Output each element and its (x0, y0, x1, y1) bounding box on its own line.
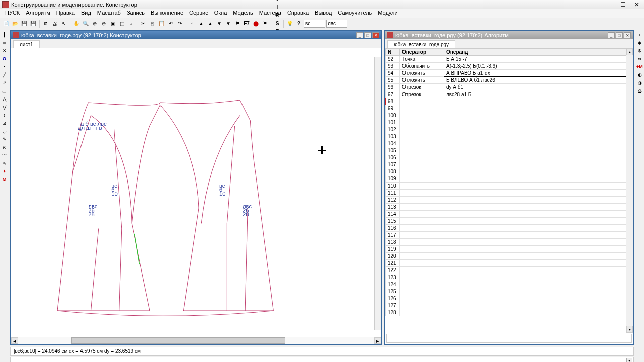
menu-модули[interactable]: Модули (375, 9, 400, 18)
table-row[interactable]: 124 (386, 281, 633, 288)
panel-max-button[interactable]: □ (616, 32, 623, 38)
rt-plus[interactable]: ＋ (636, 31, 643, 38)
table-row[interactable]: 103 (386, 133, 633, 140)
table-row[interactable]: 119 (386, 246, 633, 253)
saveall-icon[interactable]: 💾 (29, 20, 37, 28)
zoomall-icon[interactable]: ○ (127, 20, 135, 28)
algorithm-table[interactable]: N Оператор Операнд 92ТочкаБ А 15 -793Обо… (385, 48, 633, 316)
flag2-icon[interactable]: ⚑ (261, 20, 269, 28)
record-icon[interactable]: ⬤ (252, 20, 260, 28)
lt-k[interactable]: K (1, 144, 8, 151)
table-row[interactable]: 116 (386, 225, 633, 232)
menu-вид[interactable]: Вид (78, 9, 94, 18)
arrow-icon[interactable]: ↖ (60, 20, 68, 28)
lt-red[interactable]: ✦ (1, 168, 8, 175)
rt-1[interactable]: ◆ (636, 39, 643, 46)
table-row[interactable]: 110 (386, 183, 633, 190)
menu-масштаб[interactable]: Масштаб (94, 9, 124, 18)
table-row[interactable]: 127 (386, 302, 633, 309)
table-row[interactable]: 120 (386, 253, 633, 260)
vscroll-down[interactable]: ▾ (626, 326, 633, 333)
menu-вывод[interactable]: Вывод (312, 9, 335, 18)
table-row[interactable]: 100 (386, 112, 633, 119)
toolbar-input-1[interactable] (304, 20, 325, 28)
table-row[interactable]: 96Отрезокdy А б1 (386, 84, 633, 91)
menu-справка[interactable]: Справка (284, 9, 312, 18)
lt-line[interactable]: ╱ (1, 71, 8, 78)
lt-arrow[interactable]: ↗ (1, 79, 8, 86)
table-row[interactable]: 108 (386, 168, 633, 175)
help-icon[interactable]: ? (295, 20, 303, 28)
panel-min-button[interactable]: _ (356, 32, 363, 38)
table-row[interactable]: 93ОбозначитьА(-1.3;-2.5) Б(0.1;-3.6) (386, 63, 633, 70)
table-row[interactable]: 99 (386, 105, 633, 112)
print-icon[interactable]: 🖨 (51, 20, 59, 28)
table-row[interactable]: 115 (386, 218, 633, 225)
copy-icon[interactable]: ⎘ (148, 20, 156, 28)
table-row[interactable]: 95ОтложитьБ ВЛЕВО А б1 лвс26 (386, 77, 633, 84)
tri-up-icon[interactable]: ▲ (197, 20, 205, 28)
print-preview-icon[interactable]: 🗎 (42, 20, 50, 28)
flag-icon[interactable]: ⚑ (233, 20, 242, 28)
menu-алгоритм[interactable]: Алгоритм (23, 9, 53, 18)
table-row[interactable]: 106 (386, 154, 633, 161)
toolbar-s-button[interactable]: S (273, 20, 281, 28)
col-operator[interactable]: Оператор (400, 49, 444, 56)
menu-выполнение[interactable]: Выполнение (148, 9, 186, 18)
table-row[interactable]: 123 (386, 274, 633, 281)
lt-a3[interactable]: ↕ (1, 112, 8, 119)
f7-button[interactable]: F7 (243, 20, 251, 28)
panel-close-button[interactable]: ✕ (372, 32, 379, 38)
hscroll-left[interactable]: ◂ (11, 337, 18, 344)
table-row[interactable]: 128 (386, 309, 633, 316)
menu-окна[interactable]: Окна (211, 9, 230, 18)
algorithm-input[interactable] (386, 334, 632, 343)
toolbar-input-2[interactable] (326, 20, 347, 28)
tri-up2-icon[interactable]: ▲ (206, 20, 214, 28)
lt-a6[interactable]: ✎ (1, 136, 8, 143)
command-input[interactable]: ▾ (10, 357, 634, 362)
lt-dot[interactable]: • (1, 63, 8, 70)
menu-модель[interactable]: Модель (230, 9, 256, 18)
rt-a2[interactable]: ◑ (636, 79, 643, 86)
table-row[interactable]: 121 (386, 260, 633, 267)
table-row[interactable]: 122 (386, 267, 633, 274)
close-button[interactable]: ✕ (632, 1, 642, 8)
command-dropdown[interactable]: ▾ (626, 358, 632, 362)
hscroll-thumb[interactable] (71, 337, 285, 344)
new-icon[interactable]: 📄 (2, 20, 10, 28)
table-row[interactable]: 113 (386, 204, 633, 211)
lt-a2[interactable]: ⋁ (1, 104, 8, 111)
table-row[interactable]: 117 (386, 232, 633, 239)
algorithm-titlebar[interactable]: юбка_вставки_годе.pgy (92:170:2) Алгорит… (385, 31, 633, 39)
col-operand[interactable]: Операнд (444, 49, 633, 56)
table-row[interactable]: 97Отрезоклвс28 a1 Б (386, 91, 633, 98)
lt-rect[interactable]: ▭ (1, 87, 8, 95)
rt-a1[interactable]: ◐ (636, 71, 643, 78)
table-row[interactable]: 125 (386, 288, 633, 295)
constructor-tab[interactable]: лист1 (13, 40, 40, 48)
zoom-icon[interactable]: 🔍 (82, 20, 90, 28)
table-row[interactable]: 105 (386, 147, 633, 154)
lt-1[interactable]: ┃ (1, 31, 8, 38)
zoomout-icon[interactable]: ⊖ (100, 20, 108, 28)
table-row[interactable]: 101 (386, 119, 633, 126)
lt-m[interactable]: М (1, 176, 8, 183)
open-icon[interactable]: 📂 (11, 20, 19, 28)
rt-link[interactable]: ⇔ (636, 55, 643, 62)
col-n[interactable]: N (386, 49, 400, 56)
panel-min-button[interactable]: _ (608, 32, 615, 38)
tri-down2-icon[interactable]: ▼ (224, 20, 232, 28)
lt-wave[interactable]: 〰 (1, 152, 8, 159)
panel-max-button[interactable]: □ (364, 32, 371, 38)
table-row[interactable]: 102 (386, 126, 633, 133)
table-row[interactable]: 112 (386, 197, 633, 204)
menu-самоучитель[interactable]: Самоучитель (335, 9, 375, 18)
lt-a4[interactable]: ⊿ (1, 120, 8, 127)
hscroll-right[interactable]: ▸ (374, 337, 381, 344)
zoomwin-icon[interactable]: ◰ (118, 20, 126, 28)
vscroll-up[interactable]: ▴ (626, 48, 633, 55)
lt-a5[interactable]: ◡ (1, 128, 8, 135)
menu-сервис[interactable]: Сервис (186, 9, 211, 18)
canvas-hscroll[interactable]: ◂ ▸ (11, 337, 381, 344)
